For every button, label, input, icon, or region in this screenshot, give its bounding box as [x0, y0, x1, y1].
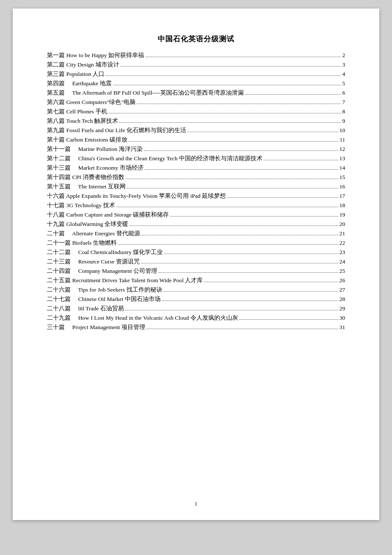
toc-row: 二十三篇 Resource Curse 资源诅咒24 — [47, 258, 345, 266]
toc-dots — [144, 150, 338, 151]
toc-title: The Aftermath of BP Fulf Oil Spill----英国… — [71, 89, 244, 97]
toc-label: 第十四篇 — [47, 173, 71, 181]
toc-title: Chinese Oil Market 中国石油市场 — [77, 295, 161, 303]
toc-page-number: 27 — [340, 286, 346, 293]
toc-page-number: 24 — [340, 258, 346, 265]
toc-label: 二十五篇 — [47, 277, 71, 284]
toc-label: 十六篇 — [47, 192, 65, 200]
toc-label: 二十篇 — [47, 230, 71, 237]
toc-row: 二十七篇 Chinese Oil Market 中国石油市场28 — [47, 295, 345, 304]
toc-title: Fossil Fuels and Our Life 化石燃料与我们的生活 — [65, 127, 186, 134]
toc-dots — [147, 329, 338, 329]
toc-row: 第四篇 Earthquake 地震5 — [47, 80, 345, 88]
toc-page-number: 4 — [342, 71, 345, 78]
toc-dots — [137, 104, 341, 104]
toc-title: Cell Phones 手机 — [65, 108, 107, 116]
toc-title: Coal ChemicalIndustry 煤化学工业 — [77, 249, 163, 256]
toc-dots — [121, 66, 341, 66]
toc-row: 二十一篇 Biofuels 生物燃料22 — [47, 239, 345, 248]
toc-label: 第十二篇 — [47, 155, 77, 162]
toc-title: Touch Tech 触屏技术 — [65, 117, 118, 125]
toc-dots — [145, 169, 338, 170]
toc-dots — [187, 132, 338, 132]
toc-dots — [164, 254, 338, 254]
toc-row: 第七篇 Cell Phones 手机8 — [47, 108, 345, 116]
toc-label: 三十篇 — [47, 324, 71, 331]
toc-page-number: 31 — [340, 324, 346, 331]
toc-row: 二十九篇 How I Lost My Head in the Volcanic … — [47, 314, 345, 323]
toc-title: The Internet 互联网 — [77, 183, 126, 191]
toc-label: 二十二篇 — [47, 249, 77, 256]
toc-dots — [119, 122, 341, 123]
toc-dots — [141, 263, 338, 263]
toc-row: 第五篇 The Aftermath of BP Fulf Oil Spill--… — [47, 89, 345, 98]
toc-label: 第八篇 — [47, 117, 65, 125]
toc-page-number: 12 — [340, 146, 346, 153]
toc-dots — [109, 113, 341, 113]
toc-label: 第五篇 — [47, 89, 71, 97]
toc-dots — [141, 235, 338, 235]
toc-title: Apple Expands its Touchy-Feely Vision 苹果… — [65, 192, 226, 200]
page-title: 中国石化英语分级测试 — [47, 34, 345, 44]
toc-label: 二十四篇 — [47, 267, 77, 275]
toc-row: 第十三篇 Market Economy 市场经济14 — [47, 164, 345, 173]
toc-page-number: 17 — [340, 193, 346, 199]
toc-label: 第四篇 — [47, 80, 71, 87]
toc-title: Marine Pollution 海洋污染 — [77, 145, 143, 153]
toc-page-number: 16 — [340, 183, 346, 190]
toc-label: 十七篇 — [47, 202, 65, 209]
toc-page-number: 20 — [340, 221, 346, 228]
toc-title: How I Lost My Head in the Volcanic Ash C… — [77, 314, 238, 322]
toc-label: 二十一篇 — [47, 239, 71, 247]
toc-label: 第九篇 — [47, 127, 65, 134]
toc-dots — [227, 197, 338, 198]
toc-page-number: 6 — [342, 90, 345, 96]
toc-dots — [126, 179, 338, 179]
toc-title: Population 人口 — [65, 70, 104, 78]
toc-page-number: 15 — [340, 174, 346, 181]
toc-page-number: 14 — [340, 165, 346, 171]
document-page: 中国石化英语分级测试 第一篇 How to be Happy 如何获得幸福2第二… — [13, 9, 379, 520]
toc-label: 第七篇 — [47, 108, 65, 116]
toc-title: Earthquake 地震 — [71, 80, 112, 87]
table-of-contents: 第一篇 How to be Happy 如何获得幸福2第二篇 City Desi… — [47, 52, 345, 332]
toc-dots — [245, 94, 341, 95]
toc-row: 二十八篇 0il Trade 石油贸易29 — [47, 305, 345, 313]
toc-title: 3G Technology 技术 — [65, 202, 115, 209]
toc-page-number: 19 — [340, 211, 346, 218]
toc-row: 第三篇 Population 人口4 — [47, 70, 345, 79]
toc-label: 二十九篇 — [47, 314, 77, 322]
toc-page-number: 23 — [340, 249, 346, 256]
toc-title: Tips for Job Seekers 找工作的秘诀 — [77, 286, 162, 294]
toc-row: 二十六篇 Tips for Job Seekers 找工作的秘诀27 — [47, 286, 345, 295]
toc-row: 第十篇 Carbon Emissions 碳排放11 — [47, 136, 345, 145]
toc-row: 第一篇 How to be Happy 如何获得幸福2 — [47, 52, 345, 60]
toc-label: 二十三篇 — [47, 258, 77, 266]
toc-title: Project Management 项目管理 — [71, 324, 145, 331]
toc-title: Alternate Energies 替代能源 — [71, 230, 140, 237]
toc-row: 二十五篇 Recruitment Drives Take Talent from… — [47, 277, 345, 285]
toc-page-number: 7 — [342, 99, 345, 106]
toc-title: City Design 城市设计 — [65, 61, 119, 69]
toc-page-number: 22 — [340, 240, 346, 246]
toc-page-number: 8 — [342, 108, 345, 115]
toc-dots — [204, 282, 338, 282]
toc-title: Carbon Emissions 碳排放 — [65, 136, 127, 144]
toc-dots — [129, 141, 338, 142]
toc-title: GlobalWarming 全球变暖 — [65, 220, 128, 228]
toc-label: 第十三篇 — [47, 164, 77, 172]
toc-row: 第六篇 Green Computers"绿色"电脑7 — [47, 98, 345, 107]
toc-title: How to be Happy 如何获得幸福 — [65, 52, 144, 59]
toc-row: 第九篇 Fossil Fuels and Our Life 化石燃料与我们的生活… — [47, 127, 345, 135]
toc-label: 第三篇 — [47, 70, 65, 78]
toc-title: 0il Trade 石油贸易 — [77, 305, 124, 312]
toc-row: 二十篇 Alternate Energies 替代能源21 — [47, 230, 345, 238]
toc-title: Recruitment Drives Take Talent from Wide… — [71, 277, 203, 284]
toc-label: 第十一篇 — [47, 145, 77, 153]
toc-page-number: 18 — [340, 202, 346, 209]
toc-title: China's Growth and the Clean Energy Tech… — [77, 155, 262, 162]
toc-dots — [170, 216, 338, 217]
toc-page-number: 5 — [342, 80, 345, 87]
toc-dots — [106, 75, 341, 76]
toc-dots — [127, 188, 338, 188]
